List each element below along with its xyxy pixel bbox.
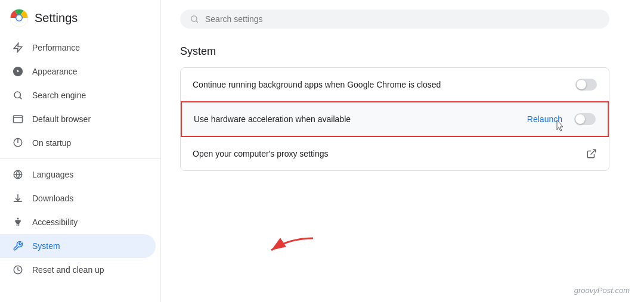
accessibility-icon (12, 216, 24, 228)
background-apps-actions (575, 79, 597, 91)
sidebar: Settings Performance Appearance (0, 0, 161, 302)
hardware-acceleration-toggle-thumb (575, 114, 585, 124)
background-apps-toggle-track[interactable] (575, 79, 597, 91)
settings-title: Settings (35, 11, 78, 25)
performance-icon (12, 42, 24, 54)
sidebar-item-languages[interactable]: Languages (0, 163, 156, 186)
section-title: System (180, 45, 625, 58)
settings-row-proxy: Open your computer's proxy settings (181, 137, 609, 170)
chrome-logo-icon (10, 8, 29, 27)
svg-line-10 (591, 150, 596, 154)
sidebar-item-system[interactable]: System (0, 234, 156, 258)
languages-icon (12, 169, 24, 180)
background-apps-toggle[interactable] (575, 79, 597, 91)
reset-icon (12, 264, 24, 276)
external-link-icon[interactable] (586, 148, 597, 159)
background-apps-label: Continue running background apps when Go… (193, 80, 575, 89)
hardware-acceleration-toggle-track[interactable] (574, 113, 596, 125)
sidebar-item-label-search-engine: Search engine (32, 91, 86, 100)
settings-row-hardware-acceleration: Use hardware acceleration when available… (181, 101, 609, 137)
settings-card: Continue running background apps when Go… (180, 67, 609, 171)
watermark: groovyPost.com (574, 286, 630, 295)
sidebar-item-label-on-startup: On startup (32, 138, 71, 148)
search-bar[interactable] (180, 10, 609, 29)
sidebar-item-label-performance: Performance (32, 43, 80, 52)
system-icon (12, 240, 24, 252)
search-icon (190, 14, 199, 24)
sidebar-item-label-default-browser: Default browser (32, 114, 91, 124)
sidebar-item-reset[interactable]: Reset and clean up (0, 258, 156, 282)
sidebar-item-label-downloads: Downloads (32, 194, 73, 203)
appearance-icon (12, 66, 24, 77)
sidebar-item-accessibility[interactable]: Accessibility (0, 210, 156, 234)
sidebar-item-performance[interactable]: Performance (0, 36, 156, 60)
sidebar-nav: Performance Appearance Search engine (0, 33, 160, 302)
svg-point-7 (17, 218, 19, 220)
search-input[interactable] (205, 14, 600, 24)
sidebar-item-label-appearance: Appearance (32, 67, 78, 76)
proxy-settings-label: Open your computer's proxy settings (193, 149, 586, 158)
sidebar-header: Settings (0, 0, 160, 33)
svg-point-2 (17, 15, 22, 21)
sidebar-item-default-browser[interactable]: Default browser (0, 107, 156, 131)
proxy-settings-actions (586, 148, 597, 159)
hardware-acceleration-actions: Relaunch (522, 111, 596, 127)
downloads-icon (12, 192, 24, 204)
hardware-acceleration-label: Use hardware acceleration when available (194, 114, 522, 124)
background-apps-toggle-thumb (577, 80, 586, 89)
sidebar-item-label-accessibility: Accessibility (32, 217, 78, 227)
relaunch-button[interactable]: Relaunch (522, 111, 567, 127)
default-browser-icon (12, 113, 24, 125)
svg-point-9 (191, 16, 197, 21)
sidebar-item-label-languages: Languages (32, 170, 73, 179)
main-content: System Continue running background apps … (161, 0, 644, 302)
on-startup-icon (12, 137, 24, 149)
sidebar-item-label-reset: Reset and clean up (32, 265, 104, 275)
sidebar-item-downloads[interactable]: Downloads (0, 186, 156, 210)
svg-rect-5 (14, 116, 23, 123)
svg-point-4 (14, 92, 21, 98)
arrow-annotation (265, 232, 319, 264)
hardware-acceleration-toggle[interactable] (574, 113, 596, 125)
sidebar-item-on-startup[interactable]: On startup (0, 131, 156, 155)
search-engine-icon (12, 89, 24, 101)
sidebar-divider (0, 158, 160, 159)
sidebar-item-label-system: System (32, 241, 60, 251)
settings-row-background-apps: Continue running background apps when Go… (181, 68, 609, 101)
sidebar-item-appearance[interactable]: Appearance (0, 60, 156, 83)
sidebar-item-search-engine[interactable]: Search engine (0, 83, 156, 107)
